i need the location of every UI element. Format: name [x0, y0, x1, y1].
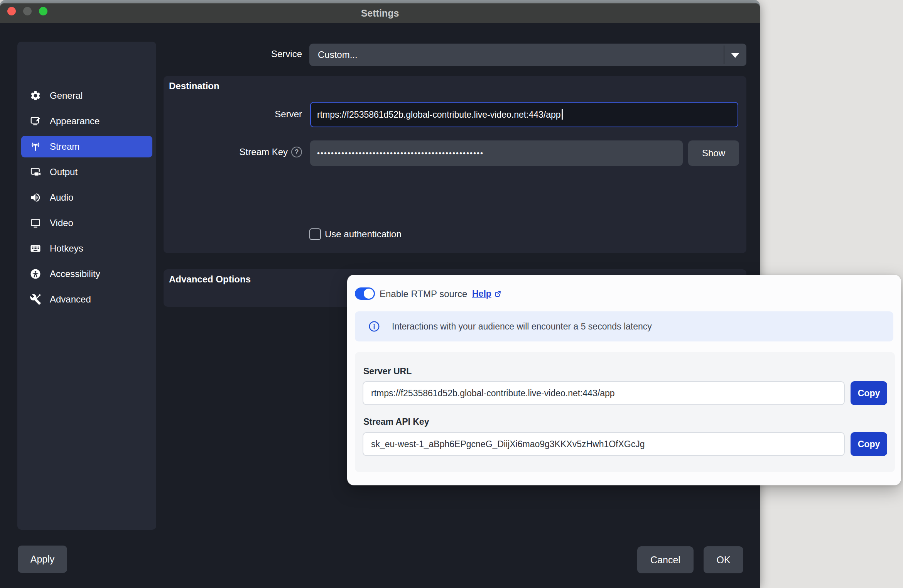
help-link-label: Help [472, 289, 491, 299]
sidebar-item-label: Audio [50, 192, 73, 203]
toggle-knob [364, 289, 374, 299]
sidebar-item-advanced[interactable]: Advanced [21, 289, 152, 310]
use-authentication-row: Use authentication [309, 228, 402, 240]
sidebar-item-label: Advanced [50, 294, 91, 305]
stream-key-input[interactable]: ••••••••••••••••••••••••••••••••••••••••… [310, 140, 683, 166]
chevron-down-icon [731, 53, 739, 58]
sidebar-item-general[interactable]: General [21, 85, 152, 106]
cancel-button[interactable]: Cancel [637, 546, 694, 573]
sidebar-item-appearance[interactable]: Appearance [21, 110, 152, 132]
sidebar-item-accessibility[interactable]: Accessibility [21, 263, 152, 285]
keyboard-icon [30, 243, 41, 254]
ok-button[interactable]: OK [704, 546, 743, 573]
use-authentication-checkbox[interactable] [309, 228, 321, 240]
server-url-label: Server URL [363, 366, 412, 377]
apply-button[interactable]: Apply [18, 546, 67, 573]
advanced-options-header: Advanced Options [169, 274, 251, 285]
antenna-icon [30, 141, 41, 152]
accessibility-icon [30, 268, 41, 280]
use-authentication-label: Use authentication [325, 229, 402, 240]
output-icon [30, 166, 41, 178]
server-url-input[interactable] [363, 381, 845, 405]
titlebar: Settings [0, 3, 760, 23]
sidebar-item-label: Accessibility [50, 269, 100, 279]
service-dropdown[interactable]: Custom... [309, 44, 746, 66]
monitor-icon [30, 217, 41, 229]
destination-header: Destination [169, 81, 219, 91]
gear-icon [30, 90, 41, 101]
sidebar-item-label: Hotkeys [50, 243, 83, 254]
info-icon [368, 320, 380, 333]
sidebar-item-hotkeys[interactable]: Hotkeys [21, 238, 152, 259]
sidebar-item-output[interactable]: Output [21, 161, 152, 183]
tools-icon [30, 294, 41, 305]
destination-section: Destination Server rtmps://f2535861d52b.… [164, 76, 746, 253]
sidebar-item-label: Stream [50, 141, 79, 152]
server-input-value: rtmps://f2535861d52b.global-contribute.l… [317, 110, 561, 120]
text-caret [562, 109, 563, 120]
rtmp-credentials-card: Server URL Copy Stream API Key Copy [355, 352, 895, 472]
stream-key-help-icon[interactable]: ? [291, 147, 302, 157]
service-selected-value: Custom... [318, 44, 358, 66]
stream-key-label: Stream Key [240, 147, 288, 157]
window-title: Settings [0, 3, 760, 24]
help-link[interactable]: Help [472, 289, 501, 299]
stream-api-key-input[interactable] [363, 432, 845, 456]
stream-key-masked-value: ••••••••••••••••••••••••••••••••••••••••… [317, 149, 484, 157]
copy-stream-api-key-button[interactable]: Copy [851, 432, 887, 456]
latency-info-text: Interactions with your audience will enc… [392, 311, 652, 341]
sidebar-item-audio[interactable]: Audio [21, 187, 152, 208]
sidebar-item-label: Video [50, 218, 73, 228]
server-label: Server [164, 109, 302, 120]
external-link-icon [494, 290, 501, 297]
dropdown-divider [724, 46, 724, 64]
stream-api-key-label: Stream API Key [363, 417, 429, 427]
appearance-icon [30, 115, 41, 127]
sidebar-item-label: Output [50, 167, 78, 177]
enable-rtmp-label: Enable RTMP source [380, 289, 467, 299]
service-label: Service [164, 49, 302, 59]
rtmp-source-popup: Enable RTMP source Help Interactions wit… [347, 275, 901, 485]
show-stream-key-button[interactable]: Show [688, 140, 739, 166]
latency-info-banner: Interactions with your audience will enc… [355, 311, 893, 341]
sidebar-item-video[interactable]: Video [21, 212, 152, 234]
sidebar-item-stream[interactable]: Stream [21, 136, 152, 157]
settings-sidebar: General Appearance [17, 42, 156, 530]
speaker-icon [30, 192, 41, 203]
enable-rtmp-toggle[interactable] [355, 287, 375, 300]
server-input[interactable]: rtmps://f2535861d52b.global-contribute.l… [310, 102, 738, 127]
sidebar-item-label: Appearance [50, 116, 100, 127]
sidebar-item-label: General [50, 90, 83, 101]
copy-server-url-button[interactable]: Copy [851, 381, 887, 405]
